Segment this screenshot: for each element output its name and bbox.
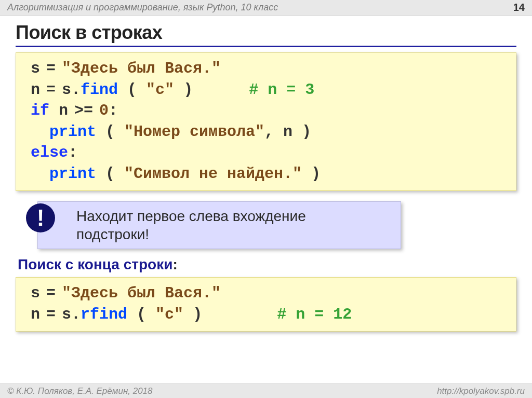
callout-body: Находит первое слева вхождение подстроки…: [37, 201, 401, 249]
info-callout: ! Находит первое слева вхождение подстро…: [37, 201, 401, 249]
title-underline: [16, 46, 516, 47]
code-text: s = "Здесь был Вася." n = s.find ( "с" )…: [31, 60, 321, 183]
callout-line: Находит первое слева вхождение: [76, 207, 391, 225]
copyright: © К.Ю. Поляков, Е.А. Ерёмин, 2018: [7, 386, 153, 396]
breadcrumb: Алгоритмизация и программирование, язык …: [7, 2, 278, 13]
header-bar: Алгоритмизация и программирование, язык …: [0, 0, 532, 16]
callout-line: подстроки!: [76, 225, 391, 243]
code-block-rfind: s = "Здесь был Вася." n = s.rfind ( "с" …: [16, 277, 516, 332]
page-title: Поиск в строках: [16, 22, 516, 44]
subheading: Поиск с конца строки:: [18, 256, 516, 273]
footer-bar: © К.Ю. Поляков, Е.А. Ерёмин, 2018 http:/…: [0, 383, 532, 398]
page-number: 14: [513, 2, 525, 13]
footer-url: http://kpolyakov.spb.ru: [437, 386, 525, 396]
code-block-find: s = "Здесь был Вася." n = s.find ( "с" )…: [16, 52, 516, 191]
code-text: s = "Здесь был Вася." n = s.rfind ( "с" …: [31, 284, 352, 323]
exclamation-icon: !: [26, 203, 55, 232]
slide-content: Поиск в строках s = "Здесь был Вася." n …: [0, 16, 532, 332]
